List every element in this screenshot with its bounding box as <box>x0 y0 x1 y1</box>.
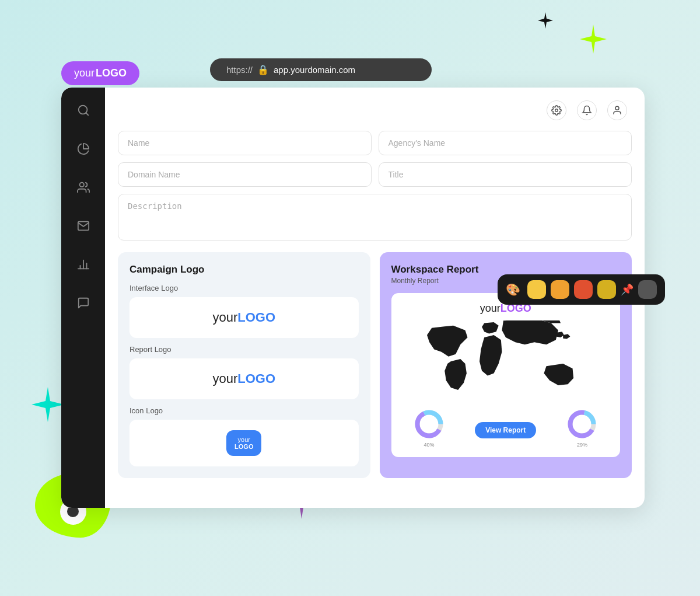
palette-icon: 🎨 <box>506 283 520 297</box>
icon-logo-your: your <box>238 436 250 443</box>
sparkle-black-icon <box>537 12 554 32</box>
icon-logo-logo: LOGO <box>235 443 253 450</box>
donut-1-label: 40% <box>424 442 435 448</box>
pin-icon: 📌 <box>621 283 634 296</box>
lock-icon: 🔒 <box>257 64 269 75</box>
donut-chart-1 <box>413 408 445 440</box>
logo-logo-text: LOGO <box>96 67 127 79</box>
svg-line-1 <box>86 113 88 115</box>
url-bar: https:// 🔒 app.yourdomain.com <box>210 58 432 81</box>
bell-icon-button[interactable] <box>577 100 597 120</box>
color-swatch-yellow[interactable] <box>527 280 546 299</box>
report-logo-label: Report Logo <box>130 345 359 354</box>
icon-logo-box: your LOGO <box>130 420 359 466</box>
donuts-row: 40% View Report 29% <box>401 408 611 448</box>
donut-1: 40% <box>413 408 445 448</box>
svg-point-7 <box>555 109 558 112</box>
workspace-inner-card: yourLOGO <box>391 293 621 457</box>
svg-point-2 <box>79 183 83 187</box>
sidebar-item-chart-pie[interactable] <box>72 138 94 160</box>
report-logo-logo: LOGO <box>237 371 275 386</box>
report-logo-box: yourLOGO <box>130 358 359 399</box>
workspace-title: Workspace Report <box>391 264 621 276</box>
icon-logo-label: Icon Logo <box>130 406 359 415</box>
view-report-wrap: View Report <box>475 417 536 438</box>
donut-2: 29% <box>566 408 598 448</box>
campaign-logo-title: Campaign Logo <box>130 264 359 276</box>
icon-logo-badge: your LOGO <box>226 430 261 456</box>
user-icon-button[interactable] <box>607 100 627 120</box>
view-report-button[interactable]: View Report <box>475 422 536 438</box>
agency-input[interactable] <box>379 131 632 155</box>
color-swatch-orange[interactable] <box>551 280 569 299</box>
url-domain: app.yourdomain.com <box>274 65 355 75</box>
donut-2-label: 29% <box>577 442 587 448</box>
top-icons-row <box>118 100 632 120</box>
interface-logo-logo: LOGO <box>237 310 275 325</box>
domain-input[interactable] <box>118 162 372 187</box>
workspace-logo-your: your <box>480 302 501 314</box>
sidebar-item-bar-chart[interactable] <box>72 253 94 276</box>
world-map-svg <box>407 320 605 402</box>
donut-chart-2 <box>566 408 598 440</box>
sidebar-item-users[interactable] <box>72 176 94 198</box>
logo-your-text: your <box>74 67 94 79</box>
sidebar-item-chat[interactable] <box>72 292 94 314</box>
campaign-logo-panel: Campaign Logo Interface Logo yourLOGO Re… <box>118 252 370 478</box>
settings-icon-button[interactable] <box>547 100 566 120</box>
title-input[interactable] <box>379 162 632 187</box>
color-swatch-red[interactable] <box>574 280 593 299</box>
report-logo-your: your <box>212 371 237 386</box>
color-swatch-gold[interactable] <box>597 280 616 299</box>
svg-point-8 <box>615 106 619 110</box>
sparkle-green-icon <box>578 23 607 53</box>
interface-logo-box: yourLOGO <box>130 297 359 338</box>
sparkle-teal-icon <box>29 386 64 421</box>
interface-logo-label: Interface Logo <box>130 284 359 292</box>
form-fields-top <box>118 131 632 155</box>
color-toolbar: 🎨 📌 <box>498 274 665 305</box>
description-textarea[interactable] <box>118 194 632 241</box>
logo-pill: your LOGO <box>61 61 139 85</box>
world-map-area <box>401 320 611 402</box>
interface-logo-your: your <box>212 310 237 325</box>
form-fields-mid <box>118 162 632 187</box>
url-protocol: https:// <box>226 65 253 75</box>
color-swatch-dark[interactable] <box>638 280 657 299</box>
sidebar-item-mail[interactable] <box>72 215 94 237</box>
sidebar-item-search[interactable] <box>72 99 94 121</box>
sidebar <box>61 88 105 508</box>
name-input[interactable] <box>118 131 372 155</box>
